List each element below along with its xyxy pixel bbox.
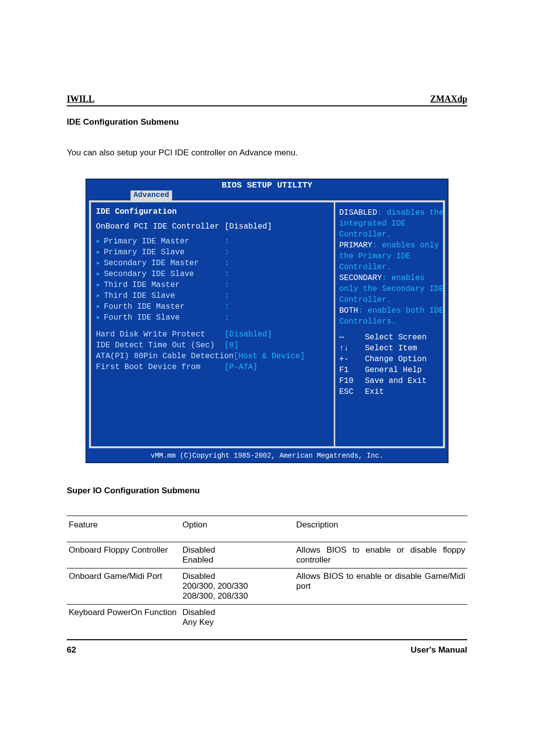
nav-row: ↑↓Select Item	[339, 343, 439, 354]
bios-opt-label: OnBoard PCI IDE Controller	[96, 221, 224, 232]
help-text: Controller.	[339, 294, 439, 305]
th-feature: Feature	[67, 516, 180, 542]
section-body-ide: You can also setup your PCI IDE controll…	[67, 148, 467, 158]
bios-opt-label: Hard Disk Write Protect	[96, 329, 224, 340]
section-title-superio: Super IO Configuration Submenu	[67, 486, 467, 496]
footer-manual: User's Manual	[410, 645, 467, 655]
bios-sub-third-master[interactable]: ▸Third IDE Master :	[96, 280, 329, 290]
bios-sub-label: Third IDE Master	[104, 281, 180, 289]
bios-opt-label: First Boot Device from	[96, 362, 224, 373]
nav-action: Select Screen	[365, 332, 427, 343]
td-feature: Onboard Game/Midi Port	[67, 568, 180, 605]
table-row: Keyboard PowerOn Function Disabled Any K…	[67, 605, 467, 640]
nav-row: +-Change Option	[339, 354, 439, 365]
help-text: the Primary IDE	[339, 251, 439, 262]
td-feature: Onboard Floppy Controller	[67, 542, 180, 568]
bios-nav-help: ↔Select Screen ↑↓Select Item +-Change Op…	[339, 332, 439, 397]
nav-action: Change Option	[365, 354, 427, 365]
td-option: Disabled Enabled	[180, 542, 294, 568]
help-text: : enables only	[372, 241, 439, 250]
bios-opt-value: [Host & Device]	[233, 351, 312, 362]
table-row: Onboard Game/Midi Port Disabled 200/300,…	[67, 568, 467, 605]
triangle-icon: ▸	[96, 290, 102, 301]
bios-sub-value: :	[224, 301, 279, 312]
bios-sub-value: :	[224, 280, 279, 290]
header-left: IWILL	[67, 94, 94, 104]
help-key: SECONDARY	[339, 274, 382, 283]
bios-sub-value: :	[224, 290, 279, 301]
bios-sub-label: Third IDE Slave	[104, 291, 175, 300]
bios-sub-primary-master[interactable]: ▸Primary IDE Master :	[96, 236, 329, 247]
table-header-row: Feature Option Description	[67, 516, 467, 542]
bios-sub-fourth-slave[interactable]: ▸Fourth IDE Slave :	[96, 312, 329, 323]
page-header: IWILL ZMAXdp	[67, 94, 467, 106]
bios-sub-value: :	[224, 258, 279, 269]
bios-sub-label: Primary IDE Master	[104, 237, 189, 246]
bios-title: BIOS SETUP UTILITY	[86, 179, 448, 190]
header-right: ZMAXdp	[430, 94, 467, 104]
page-footer: 62 User's Manual	[67, 645, 467, 655]
bios-sub-label: Fourth IDE Master	[104, 302, 184, 311]
nav-key: ESC	[339, 386, 365, 397]
triangle-icon: ▸	[96, 258, 102, 269]
td-description: Allows BIOS to enable or disable Game/Mi…	[294, 568, 467, 605]
bios-opt-label: IDE Detect Time Out (Sec)	[96, 340, 224, 351]
bios-sub-value: :	[224, 312, 279, 323]
bios-panel-title: IDE Configuration	[96, 207, 329, 216]
help-text: : disables the	[377, 208, 444, 217]
bios-opt-value: [Disabled]	[224, 329, 279, 340]
bios-sub-primary-slave[interactable]: ▸Primary IDE Slave :	[96, 247, 329, 258]
bios-screenshot: BIOS SETUP UTILITY Advanced IDE Configur…	[86, 179, 448, 463]
nav-action: General Help	[365, 365, 422, 376]
bios-copyright: vMM.mm (C)Copyright 1985-2002, American …	[86, 450, 448, 463]
td-description: Allows BIOS to enable or disable floppy …	[294, 542, 467, 568]
help-key: BOTH	[339, 306, 358, 315]
bios-body: IDE Configuration OnBoard PCI IDE Contro…	[89, 200, 445, 448]
triangle-icon: ▸	[96, 236, 102, 247]
nav-key: ↔	[339, 332, 365, 343]
nav-key: ↑↓	[339, 343, 365, 354]
th-description: Description	[294, 516, 467, 542]
nav-key: F1	[339, 365, 365, 376]
bios-opt-hd-write-protect[interactable]: Hard Disk Write Protect [Disabled]	[96, 329, 329, 340]
help-text: Controller.	[339, 262, 439, 273]
td-description	[294, 605, 467, 640]
nav-key: F10	[339, 376, 365, 386]
nav-action: Select Item	[365, 343, 417, 354]
bios-sub-label: Secondary IDE Master	[104, 259, 199, 268]
triangle-icon: ▸	[96, 280, 102, 290]
bios-sub-secondary-master[interactable]: ▸Secondary IDE Master :	[96, 258, 329, 269]
page-content: IWILL ZMAXdp IDE Configuration Submenu Y…	[67, 94, 467, 655]
nav-row: F1General Help	[339, 365, 439, 376]
nav-row: ESCExit	[339, 386, 439, 397]
nav-key: +-	[339, 354, 365, 365]
nav-action: Save and Exit	[365, 376, 427, 386]
bios-sub-secondary-slave[interactable]: ▸Secondary IDE Slave :	[96, 269, 329, 280]
section-title-ide: IDE Configuration Submenu	[67, 117, 467, 127]
help-key: DISABLED	[339, 208, 377, 217]
page-number: 62	[67, 645, 76, 655]
bios-sub-label: Secondary IDE Slave	[104, 270, 194, 279]
help-text: integrated IDE	[339, 218, 439, 229]
bios-opt-first-boot[interactable]: First Boot Device from [P-ATA]	[96, 362, 329, 373]
superio-table: Feature Option Description Onboard Flopp…	[67, 516, 467, 640]
bios-opt-80pin-cable[interactable]: ATA(PI) 80Pin Cable Detection [Host & De…	[96, 351, 329, 362]
bios-opt-ide-timeout[interactable]: IDE Detect Time Out (Sec) [0]	[96, 340, 329, 351]
triangle-icon: ▸	[96, 312, 102, 323]
bios-sub-value: :	[224, 236, 279, 247]
bios-opt-onboard-pci-ide[interactable]: OnBoard PCI IDE Controller [Disabled]	[96, 221, 329, 232]
bios-left-panel: IDE Configuration OnBoard PCI IDE Contro…	[91, 202, 334, 446]
bios-opt-label: ATA(PI) 80Pin Cable Detection	[96, 351, 233, 362]
help-text: : enables	[382, 274, 424, 283]
bios-sub-label: Primary IDE Slave	[104, 248, 184, 257]
nav-action: Exit	[365, 386, 384, 397]
nav-row: F10Save and Exit	[339, 376, 439, 386]
bios-tabrow: Advanced	[86, 190, 448, 200]
help-text: : enables both IDE	[358, 306, 444, 315]
bios-tab-advanced[interactable]: Advanced	[131, 190, 172, 200]
bios-sub-fourth-master[interactable]: ▸Fourth IDE Master :	[96, 301, 329, 312]
bios-sub-third-slave[interactable]: ▸Third IDE Slave :	[96, 290, 329, 301]
bios-sub-value: :	[224, 247, 279, 258]
td-option: Disabled 200/300, 200/330 208/300, 208/3…	[180, 568, 294, 605]
td-option: Disabled Any Key	[180, 605, 294, 640]
